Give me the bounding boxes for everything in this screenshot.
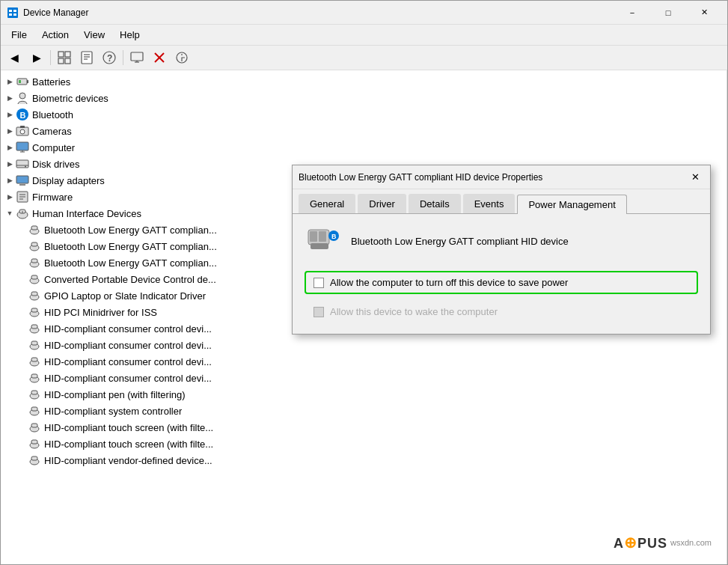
menu-file[interactable]: File [4,26,34,43]
display-adapters-label: Display adapters [32,175,105,186]
hid-consumer4-icon [28,371,41,385]
power-option-2-checkbox[interactable] [313,307,324,317]
tree-sub-hid-system[interactable]: HID-compliant system controller [1,403,727,419]
svg-rect-69 [31,407,37,411]
tree-item-biometric[interactable]: ▶ Biometric devices [1,90,727,106]
tree-sub-hid-consumer2[interactable]: HID-compliant consumer control devi... [1,337,727,353]
scan-button[interactable] [171,48,192,67]
svg-rect-3 [9,13,12,16]
maximize-button[interactable]: □ [651,1,685,25]
ble1-label: Bluetooth Low Energy GATT complian... [44,225,217,236]
expand-biometric[interactable]: ▶ [4,92,16,104]
hid-touch1-label: HID-compliant touch screen (with filte..… [44,422,213,433]
computer-button[interactable] [126,48,147,67]
tree-item-computer[interactable]: ▶ Computer [1,139,727,156]
properties-button[interactable] [76,48,97,67]
cameras-label: Cameras [32,126,72,137]
tab-details[interactable]: Details [409,194,461,213]
expand-display-adapters[interactable]: ▶ [4,174,16,186]
properties-dialog: Bluetooth Low Energy GATT compliant HID … [292,165,711,335]
menu-help[interactable]: Help [112,26,147,43]
watermark-logo: A⊕PUS [614,534,667,552]
power-option-1-container: Allow the computer to turn off this devi… [305,271,698,294]
expand-cameras[interactable]: ▶ [4,125,16,137]
svg-rect-15 [131,52,143,61]
tree-sub-hid-pen[interactable]: HID-compliant pen (with filtering) [1,386,727,403]
svg-rect-8 [65,58,70,64]
menu-action[interactable]: Action [34,26,76,43]
minimize-button[interactable]: − [615,1,649,25]
expand-hid[interactable]: ▼ [4,207,16,219]
disk-drives-label: Disk drives [32,159,80,170]
tree-item-batteries[interactable]: ▶ Batteries [1,73,727,90]
expand-batteries[interactable]: ▶ [4,76,16,88]
power-option-1-checkbox[interactable] [313,278,324,288]
dialog-close-button[interactable]: ✕ [686,168,704,186]
hid-consumer1-label: HID-compliant consumer control devi... [44,323,212,335]
svg-text:B: B [331,233,337,240]
tree-item-bluetooth[interactable]: ▶ B Bluetooth [1,106,727,123]
svg-rect-5 [58,52,64,57]
bluetooth-label: Bluetooth [32,109,73,120]
uninstall-button[interactable] [149,48,170,67]
menu-bar: File Action View Help [1,25,727,46]
svg-rect-0 [7,7,18,18]
firmware-label: Firmware [32,192,73,203]
toolbar-separator-1 [50,50,51,65]
svg-rect-6 [65,52,70,57]
svg-rect-22 [17,79,27,85]
svg-rect-23 [27,80,28,83]
ble2-icon [28,239,41,253]
tree-item-cameras[interactable]: ▶ Cameras [1,123,727,139]
tab-power-management[interactable]: Power Management [517,195,626,214]
hid-consumer3-label: HID-compliant consumer control devi... [44,356,212,367]
expand-bluetooth[interactable]: ▶ [4,109,16,120]
tab-general[interactable]: General [299,194,355,213]
expand-computer[interactable]: ▶ [4,141,16,153]
tree-sub-hid-touch2[interactable]: HID-compliant touch screen (with filte..… [1,436,727,452]
close-button[interactable]: ✕ [687,1,721,25]
hid-pen-icon [28,388,41,401]
hid-pen-label: HID-compliant pen (with filtering) [44,389,186,400]
tree-sub-hid-consumer4[interactable]: HID-compliant consumer control devi... [1,370,727,386]
hid-system-label: HID-compliant system controller [44,406,182,417]
hid-consumer4-label: HID-compliant consumer control devi... [44,373,212,384]
back-button[interactable]: ◀ [4,48,25,67]
gpio-label: GPIO Laptop or Slate Indicator Driver [44,290,206,302]
app-icon [7,7,19,19]
hid-consumer3-icon [28,355,41,368]
hid-vendor-icon [28,453,41,467]
forward-button[interactable]: ▶ [26,48,47,67]
computer-icon [16,141,29,154]
power-option-2-container: Allow this device to wake the computer [306,302,698,322]
ble1-icon [28,223,41,236]
expand-firmware[interactable]: ▶ [4,191,16,203]
svg-rect-59 [31,325,37,329]
help-icon-button[interactable]: ? [99,48,120,67]
computer-label: Computer [32,142,75,153]
hidpci-icon [28,305,41,319]
svg-point-36 [25,166,26,168]
svg-rect-63 [31,358,37,361]
gpio-icon [28,289,41,302]
tree-sub-hid-touch1[interactable]: HID-compliant touch screen (with filte..… [1,419,727,436]
converted-icon [28,272,41,286]
tree-sub-hid-consumer3[interactable]: HID-compliant consumer control devi... [1,353,727,370]
tab-driver[interactable]: Driver [358,194,406,213]
expand-disk-drives[interactable]: ▶ [4,158,16,170]
menu-view[interactable]: View [76,26,112,43]
show-hidden-button[interactable] [54,48,75,67]
hid-consumer2-label: HID-compliant consumer control devi... [44,340,212,351]
tree-sub-hid-vendor[interactable]: HID-compliant vendor-defined device... [1,452,727,468]
title-bar: Device Manager − □ ✕ [1,1,727,25]
svg-rect-61 [31,341,37,345]
hidpci-label: HID PCI Minidriver for ISS [44,307,157,318]
converted-label: Converted Portable Device Control de... [44,274,216,285]
device-header: B Bluetooth Low Energy GATT compliant HI… [305,226,698,256]
svg-rect-67 [31,391,37,394]
svg-rect-9 [82,52,92,64]
hid-consumer2-icon [28,338,41,352]
svg-rect-30 [20,126,25,128]
bluetooth-icon: B [16,108,29,121]
tab-events[interactable]: Events [463,194,516,213]
